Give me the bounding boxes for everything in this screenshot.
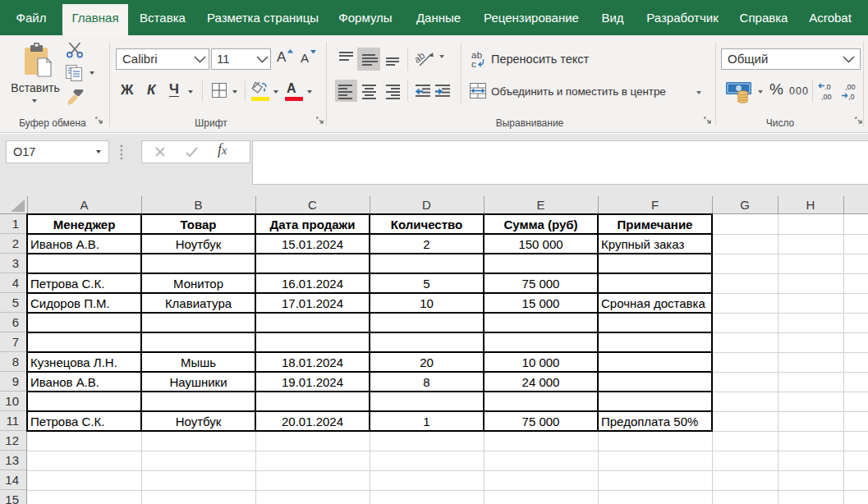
svg-text:,0: ,0 xyxy=(848,93,855,101)
svg-text:ab: ab xyxy=(416,49,427,65)
svg-text:,00: ,00 xyxy=(845,83,856,91)
svg-text:.0: .0 xyxy=(824,83,831,91)
svg-text:,00: ,00 xyxy=(821,93,832,101)
